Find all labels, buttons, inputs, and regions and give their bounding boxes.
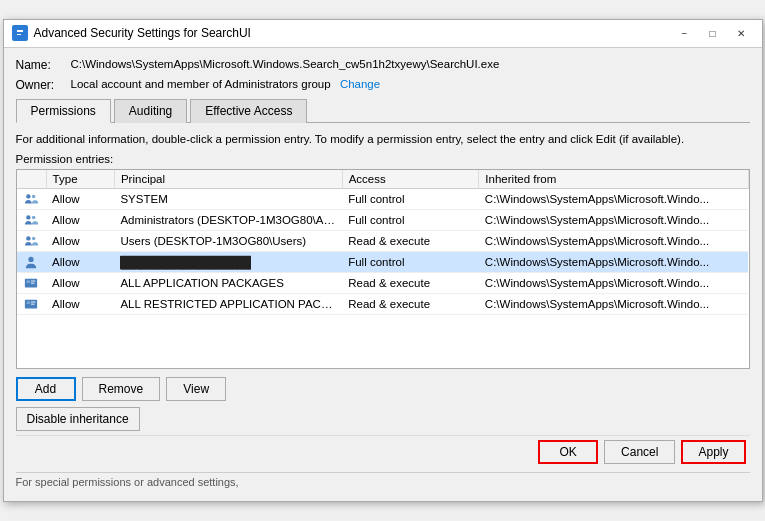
row-inherited: C:\Windows\SystemApps\Microsoft.Windo... [479, 252, 748, 273]
owner-label: Owner: [16, 78, 71, 92]
entries-label: Permission entries: [16, 153, 750, 165]
row-principal: Administrators (DESKTOP-1M3OG80\Admi... [114, 210, 342, 231]
cancel-button[interactable]: Cancel [604, 440, 675, 464]
name-value: C:\Windows\SystemApps\Microsoft.Windows.… [71, 58, 500, 70]
content-area: Name: C:\Windows\SystemApps\Microsoft.Wi… [4, 48, 762, 501]
title-bar: Advanced Security Settings for SearchUI … [4, 20, 762, 48]
row-icon [17, 210, 47, 231]
row-type: Allow [46, 210, 114, 231]
col-type-header: Type [46, 170, 114, 189]
apply-button[interactable]: Apply [681, 440, 745, 464]
permissions-table: Type Principal Access Inherited from All… [17, 170, 749, 315]
minimize-button[interactable]: − [672, 24, 698, 42]
row-access: Read & execute [342, 273, 479, 294]
window-title: Advanced Security Settings for SearchUI [34, 26, 672, 40]
svg-point-9 [29, 257, 34, 262]
table-row[interactable]: Allow████████████████Full controlC:\Wind… [17, 252, 749, 273]
ok-button[interactable]: OK [538, 440, 598, 464]
svg-point-3 [26, 194, 30, 198]
row-access: Full control [342, 189, 479, 210]
footer-note: For special permissions or advanced sett… [16, 472, 750, 491]
col-principal-header: Principal [114, 170, 342, 189]
svg-point-6 [32, 216, 36, 220]
disable-inheritance-container: Disable inheritance [16, 407, 750, 431]
svg-rect-17 [31, 304, 35, 305]
row-principal: ALL APPLICATION PACKAGES [114, 273, 342, 294]
table-row[interactable]: AllowAdministrators (DESKTOP-1M3OG80\Adm… [17, 210, 749, 231]
row-type: Allow [46, 231, 114, 252]
view-button[interactable]: View [166, 377, 226, 401]
col-icon [17, 170, 47, 189]
description-text: For additional information, double-click… [16, 131, 750, 147]
row-inherited: C:\Windows\SystemApps\Microsoft.Windo... [479, 273, 748, 294]
svg-rect-16 [31, 301, 35, 302]
row-inherited: C:\Windows\SystemApps\Microsoft.Windo... [479, 210, 748, 231]
permissions-table-container[interactable]: Type Principal Access Inherited from All… [16, 169, 750, 369]
table-row[interactable]: AllowUsers (DESKTOP-1M3OG80\Users)Read &… [17, 231, 749, 252]
owner-row: Owner: Local account and member of Admin… [16, 78, 750, 92]
row-principal: Users (DESKTOP-1M3OG80\Users) [114, 231, 342, 252]
svg-rect-13 [31, 283, 35, 284]
tab-effective-access[interactable]: Effective Access [190, 99, 307, 123]
change-link[interactable]: Change [340, 78, 380, 90]
svg-rect-11 [27, 280, 31, 283]
remove-button[interactable]: Remove [82, 377, 161, 401]
col-access-header: Access [342, 170, 479, 189]
row-access: Read & execute [342, 294, 479, 315]
row-icon [17, 273, 47, 294]
svg-rect-2 [17, 34, 21, 35]
table-body: AllowSYSTEMFull controlC:\Windows\System… [17, 189, 749, 315]
table-row[interactable]: AllowALL RESTRICTED APPLICATION PACKAGES… [17, 294, 749, 315]
name-row: Name: C:\Windows\SystemApps\Microsoft.Wi… [16, 58, 750, 72]
close-button[interactable]: ✕ [728, 24, 754, 42]
svg-point-8 [32, 237, 36, 241]
row-icon [17, 189, 47, 210]
add-button[interactable]: Add [16, 377, 76, 401]
table-row[interactable]: AllowSYSTEMFull controlC:\Windows\System… [17, 189, 749, 210]
row-type: Allow [46, 294, 114, 315]
svg-point-4 [32, 195, 36, 199]
row-type: Allow [46, 189, 114, 210]
action-buttons: Add Remove View [16, 377, 750, 401]
svg-rect-15 [27, 301, 31, 304]
svg-rect-12 [31, 280, 35, 281]
row-icon [17, 294, 47, 315]
disable-inheritance-button[interactable]: Disable inheritance [16, 407, 140, 431]
table-header-row: Type Principal Access Inherited from [17, 170, 749, 189]
row-principal: ALL RESTRICTED APPLICATION PACKAGES [114, 294, 342, 315]
window-controls: − □ ✕ [672, 24, 754, 42]
row-icon [17, 231, 47, 252]
svg-rect-0 [15, 28, 25, 38]
window-icon [12, 25, 28, 41]
maximize-button[interactable]: □ [700, 24, 726, 42]
table-row[interactable]: AllowALL APPLICATION PACKAGESRead & exec… [17, 273, 749, 294]
svg-point-5 [26, 215, 30, 219]
dialog-buttons: OK Cancel Apply [16, 435, 750, 472]
col-inherited-header: Inherited from [479, 170, 748, 189]
owner-text: Local account and member of Administrato… [71, 78, 331, 90]
row-icon [17, 252, 47, 273]
main-window: Advanced Security Settings for SearchUI … [3, 19, 763, 502]
row-principal: ████████████████ [114, 252, 342, 273]
owner-value: Local account and member of Administrato… [71, 78, 381, 90]
svg-rect-1 [17, 30, 23, 32]
row-access: Full control [342, 252, 479, 273]
tabs-bar: Permissions Auditing Effective Access [16, 98, 750, 123]
row-principal: SYSTEM [114, 189, 342, 210]
redacted-text: ████████████████ [120, 256, 250, 269]
row-inherited: C:\Windows\SystemApps\Microsoft.Windo... [479, 231, 748, 252]
tab-auditing[interactable]: Auditing [114, 99, 187, 123]
tab-permissions[interactable]: Permissions [16, 99, 111, 123]
svg-point-7 [26, 236, 30, 240]
row-type: Allow [46, 273, 114, 294]
row-access: Full control [342, 210, 479, 231]
row-inherited: C:\Windows\SystemApps\Microsoft.Windo... [479, 294, 748, 315]
row-type: Allow [46, 252, 114, 273]
name-label: Name: [16, 58, 71, 72]
row-access: Read & execute [342, 231, 479, 252]
row-inherited: C:\Windows\SystemApps\Microsoft.Windo... [479, 189, 748, 210]
